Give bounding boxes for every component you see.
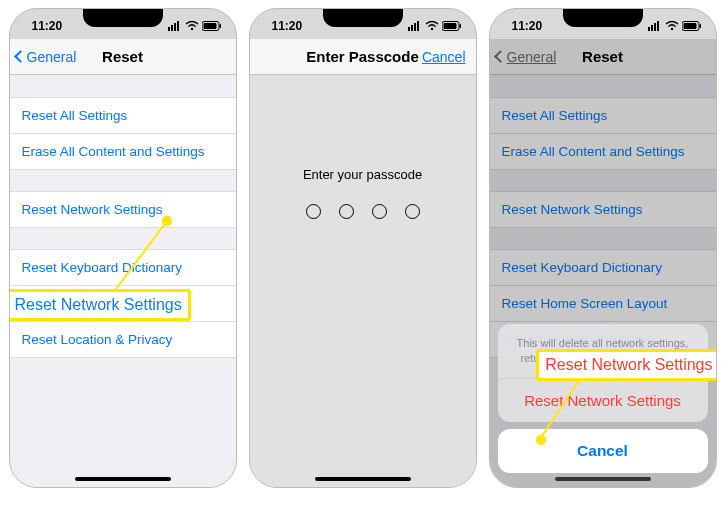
passcode-dot	[405, 204, 420, 219]
annotation-callout: Reset Network Settings	[9, 289, 191, 321]
annotation-dot	[536, 435, 546, 445]
status-right-icons	[408, 21, 462, 31]
passcode-dot	[372, 204, 387, 219]
svg-point-13	[430, 28, 432, 30]
wifi-icon	[425, 21, 439, 31]
svg-rect-16	[459, 24, 461, 28]
annotation-line	[10, 9, 237, 329]
home-indicator[interactable]	[75, 477, 171, 481]
passcode-area: Enter your passcode	[250, 167, 476, 219]
passcode-prompt: Enter your passcode	[303, 167, 422, 182]
annotation-dot	[162, 216, 172, 226]
annotation-callout: Reset Network Settings	[536, 349, 716, 381]
phone-3: 11:20 General Reset Reset All Settings E…	[489, 8, 717, 488]
navbar: Enter Passcode Cancel	[250, 39, 476, 75]
passcode-dot	[306, 204, 321, 219]
passcode-dots	[306, 204, 420, 219]
signal-icon	[408, 21, 422, 31]
home-indicator[interactable]	[315, 477, 411, 481]
phone-1: 11:20 General Reset Reset All Settings E…	[9, 8, 237, 488]
notch	[323, 9, 403, 27]
annotation-line	[490, 9, 717, 469]
svg-line-8	[110, 221, 167, 297]
svg-rect-10	[411, 25, 413, 31]
status-time: 11:20	[272, 19, 303, 33]
home-indicator[interactable]	[555, 477, 651, 481]
phone-2: 11:20 Enter Passcode Cancel Enter your p…	[249, 8, 477, 488]
svg-rect-15	[443, 23, 456, 29]
svg-rect-12	[417, 21, 419, 31]
page-title: Enter Passcode	[306, 48, 419, 65]
svg-rect-9	[408, 27, 410, 31]
battery-icon	[442, 21, 462, 31]
svg-rect-11	[414, 23, 416, 31]
cancel-button[interactable]: Cancel	[422, 49, 466, 65]
screen-passcode: Enter Passcode Cancel Enter your passcod…	[250, 39, 476, 487]
svg-line-25	[540, 376, 582, 439]
passcode-dot	[339, 204, 354, 219]
